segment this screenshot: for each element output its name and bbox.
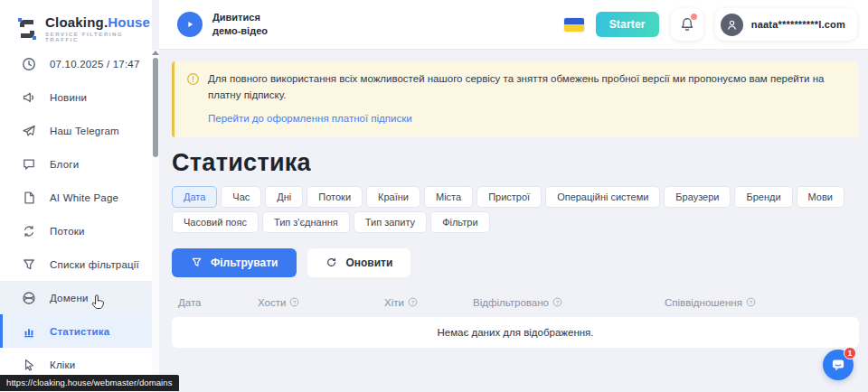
sidebar-item-ai-white-page[interactable]: AI White Page [0,181,152,214]
sidebar-item-filter-lists[interactable]: Списки фільтрації [0,247,152,281]
svg-text:?: ? [556,300,560,305]
sidebar-item-domains[interactable]: Домени [0,281,152,314]
sidebar-item-label: Наш Telegram [50,126,119,136]
sidebar-item-label: AI White Page [50,192,118,203]
column-header-filtered: Відфільтровано ? [473,297,665,308]
cursor-arrow-icon [22,358,36,372]
language-flag-ua[interactable] [564,18,584,32]
sidebar-item-statistics[interactable]: Статистика [0,314,152,348]
funnel-icon [191,257,203,268]
main-area: Дивитися демо-відео Starter [159,0,868,392]
app-window: { "logo": { "name_primary": "Cloaking.",… [0,0,868,392]
funnel-icon [22,257,36,272]
sidebar-item-news[interactable]: Новини [0,80,152,114]
chat-unread-badge: 1 [844,347,856,359]
logo-icon [15,15,39,42]
sidebar-item-blogs[interactable]: Блоги [0,147,152,181]
topbar: Дивитися демо-відео Starter [159,0,868,50]
sidebar-item-label: Статистика [50,326,109,337]
column-header-hosts: Хости ? [258,297,384,308]
tab-browsers[interactable]: Браузери [664,186,731,208]
bar-chart-icon [22,324,36,339]
plan-badge-button[interactable]: Starter [596,12,659,37]
sidebar-item-label: Новини [50,92,87,103]
sidebar-scrollbar[interactable] [152,50,159,392]
tab-languages[interactable]: Мови [797,186,844,208]
chat-bubble-icon [22,157,36,172]
column-header-hits: Хіти ? [384,297,473,308]
notification-dot [691,14,697,20]
help-icon[interactable]: ? [552,297,562,307]
page-title: Статистика [172,149,859,177]
sidebar-item-datetime: 07.10.2025 / 17:47 [0,47,152,80]
tab-time[interactable]: Час [221,186,261,208]
stats-tabs: Дата Час Дні Потоки Країни Міста Пристро… [172,186,844,233]
upgrade-subscription-link[interactable]: Перейти до оформлення платної підписки [208,113,412,124]
demo-video-label[interactable]: Дивитися демо-відео [212,11,268,38]
tab-cities[interactable]: Міста [424,186,473,208]
tab-brands[interactable]: Бренди [734,186,792,208]
tab-streams[interactable]: Потоки [307,186,363,208]
table-empty-state: Немає даних для відображення. [172,317,859,348]
banner-message: Для повного використання всіх можливосте… [208,71,844,104]
refresh-icon [326,257,337,268]
sidebar: Cloaking.House SERVICE FILTERING TRAFFIC… [0,0,152,392]
tab-devices[interactable]: Пристрої [476,186,542,208]
sidebar-item-label: Списки фільтрації [50,259,139,270]
tab-filters[interactable]: Фільтри [430,211,489,233]
help-icon[interactable]: ? [746,297,756,307]
demo-video-play-button[interactable] [177,12,203,37]
svg-text:?: ? [750,300,753,305]
table-header-row: Дата Хости ? Хіти ? Відфільтровано ? Спі… [172,291,859,314]
paper-plane-icon [22,124,36,138]
sidebar-item-label: Кліки [50,359,75,370]
refresh-button[interactable]: Оновити [307,248,410,277]
clock-icon [22,57,36,71]
account-email: naata**********l.com [751,19,845,30]
logo-title: Cloaking.House [45,14,152,30]
sidebar-nav: 07.10.2025 / 17:47 Новини Наш Telegram Б… [0,47,152,381]
chat-widget-button[interactable]: 1 [823,350,854,380]
help-icon[interactable]: ? [289,297,299,307]
logo-tagline: SERVICE FILTERING TRAFFIC [45,32,152,42]
tab-operating-systems[interactable]: Операційні системи [545,186,660,208]
tab-timezone[interactable]: Часовий пояс [172,211,259,233]
account-menu[interactable]: naata**********l.com [715,8,857,41]
trial-warning-banner: Для повного використання всіх можливосте… [172,61,859,137]
tab-request-type[interactable]: Тип запиту [354,211,427,233]
warning-icon [186,72,200,86]
logo[interactable]: Cloaking.House SERVICE FILTERING TRAFFIC [0,0,152,47]
notifications-button[interactable] [671,8,703,41]
content: Для повного використання всіх можливосте… [159,50,868,348]
scrollbar-thumb[interactable] [153,58,158,157]
avatar [721,14,743,36]
tab-countries[interactable]: Країни [366,186,420,208]
svg-text:?: ? [293,300,297,305]
megaphone-icon [22,90,36,105]
document-icon [22,191,36,205]
column-header-ratio: Співвідношення ? [665,297,859,308]
tab-connection-type[interactable]: Тип з'єднання [262,211,350,233]
sidebar-item-label: 07.10.2025 / 17:47 [50,59,140,70]
loop-arrows-icon [22,224,36,238]
tab-days[interactable]: Дні [265,186,303,208]
column-header-date: Дата [178,297,258,308]
scroll-up-arrow[interactable] [152,51,159,55]
sidebar-item-streams[interactable]: Потоки [0,214,152,247]
sidebar-item-label: Потоки [50,226,85,237]
globe-icon [22,291,36,305]
person-icon [725,18,739,32]
svg-text:?: ? [411,300,415,305]
play-icon [184,19,195,30]
link-status-tooltip: https://cloaking.house/webmaster/domains [0,375,179,391]
sidebar-item-label: Домени [50,293,89,303]
help-icon[interactable]: ? [408,297,418,307]
filter-button[interactable]: Фільтрувати [172,248,297,277]
sidebar-item-label: Блоги [50,159,79,170]
chat-icon [830,357,846,373]
sidebar-item-telegram[interactable]: Наш Telegram [0,114,152,147]
tab-date[interactable]: Дата [172,186,217,208]
